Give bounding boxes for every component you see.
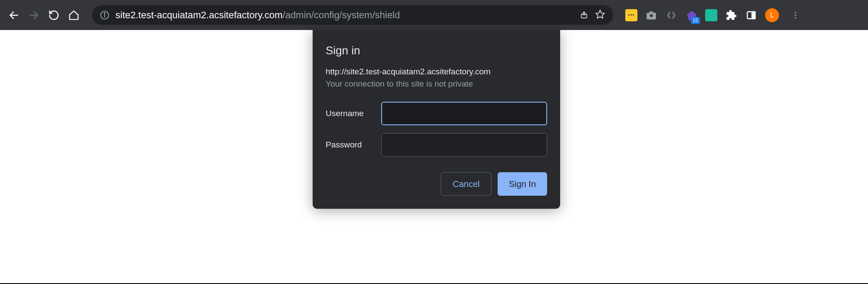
svg-point-4 [104, 13, 105, 13]
back-button[interactable] [8, 9, 20, 21]
home-button[interactable] [68, 9, 80, 21]
extension-badge: 15 [691, 17, 700, 24]
cancel-button[interactable]: Cancel [441, 172, 491, 196]
reload-button[interactable] [48, 9, 60, 21]
password-input[interactable] [381, 133, 547, 157]
signin-button[interactable]: Sign In [498, 172, 547, 196]
username-input[interactable] [381, 102, 547, 125]
extension-purple-icon[interactable]: 15 [685, 9, 697, 21]
address-bar[interactable]: site2.test-acquiatam2.acsitefactory.com/… [92, 5, 613, 25]
password-row: Password [326, 133, 547, 157]
signin-button-label: Sign In [509, 179, 536, 189]
dialog-site-url: http://site2.test-acquiatam2.acsitefacto… [326, 67, 547, 77]
svg-marker-7 [596, 10, 604, 18]
extensions-row: ••• 15 L [617, 8, 800, 22]
username-label: Username [326, 109, 381, 118]
url-path: /admin/config/system/shield [283, 10, 400, 20]
dialog-actions: Cancel Sign In [326, 172, 547, 196]
extension-camera-icon[interactable] [645, 9, 657, 21]
extension-lastpass-icon[interactable]: ••• [625, 9, 637, 21]
site-info-icon[interactable] [100, 10, 109, 20]
browser-toolbar: site2.test-acquiatam2.acsitefactory.com/… [0, 0, 868, 30]
svg-point-8 [650, 14, 653, 17]
address-actions [579, 9, 605, 21]
url-domain: site2.test-acquiatam2.acsitefactory.com [116, 10, 283, 20]
url-text: site2.test-acquiatam2.acsitefactory.com/… [116, 10, 573, 21]
cancel-button-label: Cancel [452, 179, 479, 189]
password-label: Password [326, 140, 381, 150]
extensions-menu-icon[interactable] [725, 9, 737, 21]
nav-buttons [8, 9, 89, 21]
http-auth-dialog: Sign in http://site2.test-acquiatam2.acs… [313, 30, 560, 209]
dialog-title: Sign in [326, 44, 547, 57]
forward-button[interactable] [28, 9, 40, 21]
svg-rect-11 [752, 12, 755, 19]
username-row: Username [326, 102, 547, 125]
extension-teal-icon[interactable] [705, 9, 717, 21]
svg-point-12 [795, 12, 796, 13]
svg-point-13 [795, 14, 796, 16]
profile-avatar[interactable]: L [765, 8, 779, 22]
svg-point-14 [795, 17, 796, 18]
page-content: Sign in http://site2.test-acquiatam2.acs… [0, 30, 868, 284]
chrome-menu-icon[interactable] [787, 10, 800, 20]
bookmark-star-icon[interactable] [595, 9, 605, 21]
extension-recycle-icon[interactable] [665, 9, 677, 21]
side-panel-icon[interactable] [745, 9, 757, 21]
avatar-letter: L [770, 11, 774, 19]
share-icon[interactable] [579, 10, 589, 21]
dialog-warning: Your connection to this site is not priv… [326, 79, 547, 89]
